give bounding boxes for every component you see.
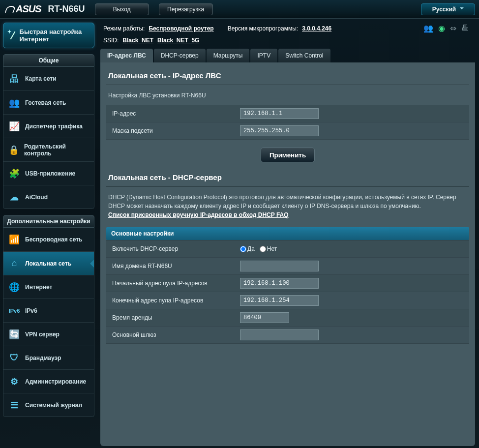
nav-firewall[interactable]: 🛡Брандмауэр — [3, 346, 94, 369]
nav-system-log[interactable]: ☰Системный журнал — [3, 393, 94, 417]
wand-icon — [7, 30, 16, 41]
home-icon: ⌂ — [8, 258, 20, 269]
apply-button[interactable]: Применить — [261, 148, 315, 162]
printer-status-icon[interactable]: 🖶 — [461, 24, 469, 33]
domain-input[interactable] — [240, 261, 319, 271]
tab-iptv[interactable]: IPTV — [250, 49, 277, 62]
nav-network-map[interactable]: 品Карта сети — [3, 67, 94, 90]
nav-guest-network[interactable]: 👥Гостевая сеть — [3, 90, 94, 114]
sidebar: Быстрая настройка Интернет Общие 品Карта … — [0, 19, 97, 448]
model-name: RT-N66U — [48, 4, 85, 14]
status-icons: 👥 ◉ ⇔ 🖶 — [423, 24, 472, 33]
lease-input[interactable] — [240, 312, 289, 323]
nav-vpn[interactable]: 🔄VPN сервер — [3, 322, 94, 346]
domain-label: Имя домена RT-N66U — [106, 258, 234, 274]
tab-lan-ip[interactable]: IP-адрес ЛВС — [100, 49, 153, 62]
nav-lan[interactable]: ⌂Локальная сеть — [3, 251, 94, 275]
vpn-icon: 🔄 — [8, 329, 20, 340]
ssid-2-link[interactable]: Black_NET_5G — [157, 37, 199, 44]
ip-label: IP-адрес — [106, 105, 234, 122]
usb-status-icon[interactable]: ⇔ — [450, 24, 456, 33]
gateway-label: Основной шлюз — [106, 327, 234, 343]
internet-status-icon[interactable]: ◉ — [438, 24, 445, 33]
dhcp-yes-radio[interactable] — [240, 246, 246, 252]
nav-administration[interactable]: ⚙Администри­рование — [3, 369, 94, 393]
nav-usb-application[interactable]: 🧩USB-приложение — [3, 161, 94, 185]
lease-label: Время аренды — [106, 309, 234, 326]
nav-traffic-manager[interactable]: 📈Диспетчер трафика — [3, 114, 94, 138]
ssid-line: SSID: Black_NET Black_NET_5G — [100, 35, 475, 46]
mask-input[interactable] — [240, 125, 319, 136]
clients-icon[interactable]: 👥 — [423, 24, 433, 33]
pool-start-label: Начальный адрес пула IP-адресов — [106, 275, 234, 292]
ip-input[interactable] — [240, 108, 319, 119]
lan-ip-form: IP-адрес Маска подсети — [106, 105, 469, 140]
main-panel: Локальная сеть - IP-адрес ЛВС Настройка … — [100, 62, 475, 446]
top-bar: ASUS RT-N66U Выход Перезагрузка Русский — [0, 0, 479, 19]
gateway-input[interactable] — [240, 329, 319, 340]
mode-link[interactable]: Беспроводной роутер — [149, 25, 213, 32]
lan-ip-desc: Настройка ЛВС установки RT-N66U — [106, 91, 469, 105]
language-select[interactable]: Русский — [421, 3, 475, 15]
gear-icon: ⚙ — [8, 376, 20, 388]
puzzle-icon: 🧩 — [8, 168, 20, 179]
dhcp-enable-yes[interactable]: Да — [240, 245, 255, 252]
shield-icon: 🛡 — [8, 352, 20, 364]
dhcp-subheader: Основные настройки — [106, 227, 469, 240]
cloud-icon: ☁ — [8, 191, 20, 203]
sidebar-header-advanced: Дополнительные настройки — [3, 215, 94, 228]
tab-switch-control[interactable]: Switch Control — [278, 49, 330, 62]
dhcp-enable-no[interactable]: Нет — [260, 245, 277, 252]
reboot-button[interactable]: Перезагрузка — [159, 3, 213, 15]
content-area: Режим работы: Беспроводной роутер Версия… — [97, 19, 479, 448]
dhcp-enable-label: Включить DHCP-сервер — [106, 240, 234, 257]
quick-setup-button[interactable]: Быстрая настройка Интернет — [3, 23, 94, 48]
traffic-icon: 📈 — [8, 120, 20, 132]
ipv6-icon: IPv6 — [8, 305, 20, 317]
nav-general: 品Карта сети 👥Гостевая сеть 📈Диспетчер тр… — [3, 67, 94, 209]
section-title-dhcp: Локальная сеть - DHCP-сервер — [106, 171, 469, 186]
network-map-icon: 品 — [8, 73, 20, 85]
pool-end-input[interactable] — [240, 295, 319, 306]
nav-ipv6[interactable]: IPv6IPv6 — [3, 299, 94, 322]
sidebar-header-general: Общие — [3, 54, 94, 67]
pool-start-input[interactable] — [240, 278, 319, 289]
list-icon: ☰ — [8, 399, 20, 411]
section-title-lan-ip: Локальная сеть - IP-адрес ЛВС — [106, 69, 469, 85]
firmware-link[interactable]: 3.0.0.4.246 — [302, 25, 331, 32]
ssid-1-link[interactable]: Black_NET — [122, 37, 153, 44]
dhcp-desc: DHCP (Dynamic Host Configuration Protoco… — [106, 193, 469, 224]
chevron-down-icon — [460, 7, 464, 11]
globe-icon: 🌐 — [8, 281, 20, 293]
logout-button[interactable]: Выход — [95, 3, 149, 15]
nav-advanced: 📶Беспроводная сеть ⌂Локальная сеть 🌐Инте… — [3, 228, 94, 417]
brand-logo: ASUS — [4, 3, 45, 15]
tab-bar: IP-адрес ЛВС DHCP-сервер Маршруты IPTV S… — [100, 49, 475, 62]
tab-routes[interactable]: Маршруты — [207, 49, 250, 62]
mask-label: Маска подсети — [106, 122, 234, 139]
nav-parental-control[interactable]: 🔒Родительский контроль — [3, 138, 94, 161]
mode-line: Режим работы: Беспроводной роутер Версия… — [100, 22, 475, 35]
dhcp-faq-link[interactable]: Список присвоенных вручную IP-адресов в … — [108, 211, 289, 218]
nav-wan[interactable]: 🌐Интернет — [3, 275, 94, 299]
nav-wireless[interactable]: 📶Беспроводная сеть — [3, 228, 94, 251]
tab-dhcp[interactable]: DHCP-сервер — [154, 49, 206, 62]
wifi-icon: 📶 — [8, 234, 20, 245]
guest-icon: 👥 — [8, 97, 20, 109]
brand-text: ASUS — [16, 3, 41, 15]
nav-aicloud[interactable]: ☁AiCloud — [3, 185, 94, 209]
dhcp-form: Включить DHCP-сервер Да Нет Имя домена R… — [106, 240, 469, 344]
lock-icon: 🔒 — [8, 144, 19, 156]
pool-end-label: Конечный адрес пула IP-адресов — [106, 292, 234, 309]
dhcp-no-radio[interactable] — [260, 246, 266, 252]
